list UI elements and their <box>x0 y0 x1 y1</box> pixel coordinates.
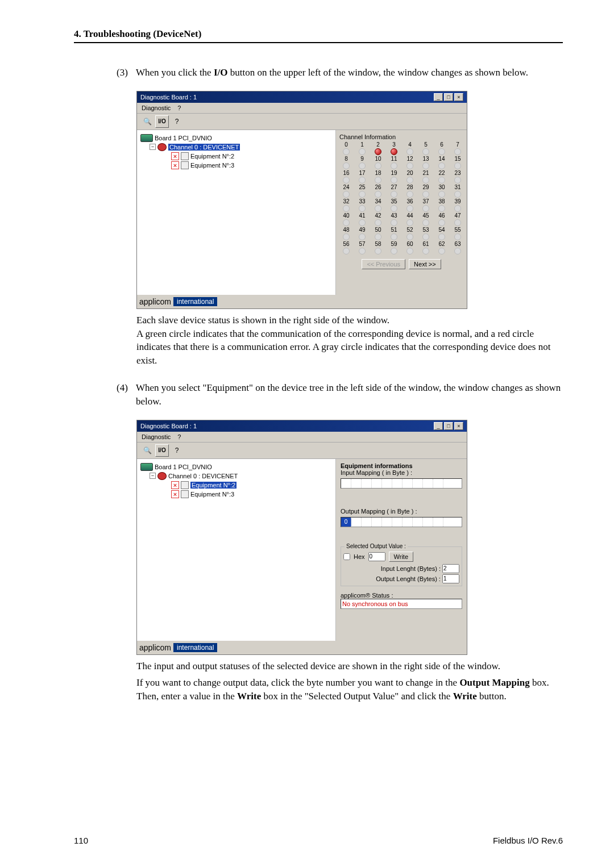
expander-icon[interactable]: − <box>150 144 156 150</box>
channel-led <box>406 248 413 254</box>
menubar: Diagnostic ? <box>137 103 467 114</box>
channel-led <box>406 205 413 212</box>
channel-number: 45 <box>419 212 433 219</box>
next-button[interactable]: Next >> <box>409 259 441 269</box>
channel-led <box>438 233 445 240</box>
maximize-button[interactable]: □ <box>444 422 453 430</box>
prev-button[interactable]: << Previous <box>362 259 405 269</box>
channel-led <box>375 233 381 240</box>
channel-number: 15 <box>451 156 464 162</box>
channel-number: 30 <box>435 184 449 190</box>
channel-led <box>375 248 381 254</box>
channel-led <box>422 191 429 198</box>
channel-led <box>438 219 445 226</box>
channel-number: 4 <box>403 141 417 148</box>
help-icon[interactable]: ? <box>170 444 184 457</box>
page-footer: 110 Fieldbus I/O Rev.6 <box>74 836 563 845</box>
titlebar: Diagnostic Board : 1 _ □ × <box>137 91 467 103</box>
step-3: (3) When you click the I/O button on the… <box>117 66 563 80</box>
channel-led <box>359 219 366 226</box>
maximize-button[interactable]: □ <box>444 93 453 101</box>
channel-number: 52 <box>403 227 417 233</box>
channel-number: 53 <box>419 227 433 233</box>
hex-checkbox[interactable] <box>343 553 350 560</box>
channel-number: 7 <box>451 141 464 148</box>
channel-led <box>359 248 366 254</box>
titlebar: Diagnostic Board : 1 _ □ × <box>137 420 467 432</box>
write-value-input[interactable] <box>368 552 385 561</box>
input-mapping-grid[interactable] <box>341 478 462 489</box>
explain-step4b: If you want to change output data, click… <box>136 676 563 703</box>
channel-led <box>422 162 429 169</box>
channel-number: 10 <box>371 156 385 162</box>
window-title: Diagnostic Board : 1 <box>140 423 197 429</box>
channel-number: 9 <box>355 156 369 162</box>
channel-led <box>343 219 350 226</box>
close-button[interactable]: × <box>454 422 463 430</box>
write-button[interactable]: Write <box>389 552 413 562</box>
step3-number: (3) <box>117 66 136 80</box>
channel-led <box>375 219 381 226</box>
io-button[interactable]: I/O <box>155 444 169 457</box>
tree-eq3[interactable]: Equipment N°:3 <box>190 162 234 169</box>
channel-number: 3 <box>387 141 401 148</box>
channel-led <box>391 248 397 254</box>
minimize-button[interactable]: _ <box>434 93 443 101</box>
channel-number: 24 <box>339 184 353 190</box>
channel-led <box>454 191 461 198</box>
channel-led <box>375 191 381 198</box>
toolbar: 🔍 I/O ? <box>137 114 467 130</box>
hex-label: Hex <box>354 553 365 560</box>
channel-info-panel: Channel Information 01234567891011121314… <box>336 130 467 295</box>
tree-channel[interactable]: Channel 0 : DEVICENET <box>168 144 240 151</box>
search-icon[interactable]: 🔍 <box>140 444 154 457</box>
output-mapping-grid[interactable]: 0 <box>341 517 462 527</box>
tree-eq3[interactable]: Equipment N°:3 <box>190 491 234 498</box>
tree-board[interactable]: Board 1 PCI_DVNIO <box>155 135 212 141</box>
window-title: Diagnostic Board : 1 <box>140 94 197 101</box>
close-button[interactable]: × <box>454 93 463 101</box>
channel-led <box>359 205 366 212</box>
menubar: Diagnostic ? <box>137 432 467 443</box>
channel-led <box>391 162 397 169</box>
step4-number: (4) <box>117 381 136 408</box>
menu-help[interactable]: ? <box>177 433 181 440</box>
channel-led <box>438 191 445 198</box>
explain-step4a: The input and output statuses of the sel… <box>136 660 563 673</box>
channel-led <box>359 177 366 183</box>
io-button[interactable]: I/O <box>155 115 169 128</box>
toolbar: 🔍 I/O ? <box>137 443 467 459</box>
help-icon[interactable]: ? <box>170 115 184 128</box>
search-icon[interactable]: 🔍 <box>140 115 154 128</box>
expander-icon[interactable]: − <box>150 473 156 479</box>
channel-led <box>343 191 350 198</box>
tree-eq2[interactable]: Equipment N°:2 <box>190 153 234 160</box>
channel-led <box>454 219 461 226</box>
menu-help[interactable]: ? <box>177 105 181 111</box>
device-tree: Board 1 PCI_DVNIO − Channel 0 : DEVICENE… <box>137 130 336 295</box>
page-number: 110 <box>74 836 88 845</box>
error-icon: × <box>171 481 179 489</box>
input-mapping-label: Input Mapping ( in Byte ) : <box>341 469 462 476</box>
tree-board[interactable]: Board 1 PCI_DVNIO <box>155 464 212 470</box>
minimize-button[interactable]: _ <box>434 422 443 430</box>
channel-led <box>343 148 350 155</box>
tree-channel[interactable]: Channel 0 : DEVICENET <box>168 473 238 479</box>
output-length-field <box>442 574 459 583</box>
tree-eq2[interactable]: Equipment N°:2 <box>190 482 237 489</box>
channel-led <box>454 148 461 155</box>
channel-led <box>375 162 381 169</box>
channel-number: 63 <box>451 241 464 247</box>
channel-number: 39 <box>451 198 464 205</box>
channel-number: 21 <box>419 170 433 176</box>
channel-led <box>422 233 429 240</box>
chan-info-title: Channel Information <box>339 133 463 140</box>
output-byte-0[interactable]: 0 <box>341 518 351 527</box>
channel-number: 0 <box>339 141 353 148</box>
menu-diagnostic[interactable]: Diagnostic <box>142 105 171 111</box>
channel-led <box>422 205 429 212</box>
channel-number: 60 <box>403 241 417 247</box>
channel-led <box>391 219 397 226</box>
menu-diagnostic[interactable]: Diagnostic <box>142 433 171 440</box>
eq-info-title: Equipment informations <box>341 462 462 469</box>
